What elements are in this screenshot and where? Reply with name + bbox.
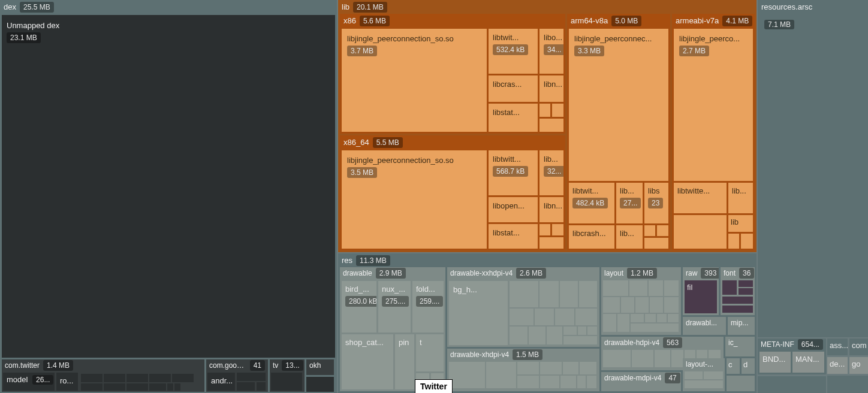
node-metainf[interactable]: META-INF654... BND... MAN...: [758, 338, 826, 374]
label-x86-libo: libo...: [544, 33, 559, 42]
node-com-twitter[interactable]: com.twitter 1.4 MB model 26... ro...: [2, 359, 204, 392]
label-x86-libn: libn...: [544, 80, 562, 89]
node-lib[interactable]: lib 20.1 MB x86 5.6 MB libjingle_peercon…: [338, 0, 757, 252]
node-shop[interactable]: shop_cat...: [342, 334, 393, 389]
label-x8664-lib: lib...: [544, 155, 559, 164]
node-arm64-lib1[interactable]: lib... 27...: [616, 183, 643, 223]
node-com[interactable]: com: [849, 338, 868, 355]
node-x86-jingle[interactable]: libjingle_peerconnection_so.so 3.7 MB: [342, 29, 487, 132]
dex-bottom-row: com.twitter 1.4 MB model 26... ro...: [2, 359, 335, 392]
node-x86-stat[interactable]: libstat...: [489, 104, 538, 132]
node-tv[interactable]: tv 13...: [270, 359, 305, 392]
label-fold: fold...: [416, 285, 440, 294]
node-arm64-crash[interactable]: libcrash...: [569, 225, 614, 249]
node-ic[interactable]: ic_: [725, 337, 755, 356]
header-arm64: arm64-v8a 5.0 MB: [567, 14, 670, 28]
node-x8664-jingle[interactable]: libjingle_peerconnection_so.so 3.5 MB: [342, 150, 487, 249]
node-c[interactable]: c: [727, 358, 740, 374]
size-armeabi: 4.1 MB: [722, 16, 752, 26]
metainf-spacer: [758, 376, 826, 393]
res-tiny-bot: [727, 376, 755, 391]
label-arm64-jingle: libjingle_peerconnec...: [574, 34, 663, 43]
tooltip-text: Twitter: [420, 382, 447, 391]
node-go[interactable]: go: [849, 357, 868, 374]
node-drawable[interactable]: drawable 2.9 MB bird_... 280.0 kB nux_..…: [340, 267, 445, 391]
node-x86-libn[interactable]: libn...: [540, 75, 563, 102]
node-x86-twit[interactable]: libtwit... 532.4 kB: [489, 29, 538, 74]
twitter-tiny: [80, 373, 203, 391]
armeabi-tiny1: [728, 234, 739, 249]
label-drawable: drawable: [343, 269, 372, 277]
size-raw: 393: [701, 268, 719, 279]
x86-tiny1: [540, 104, 550, 117]
node-font[interactable]: font36: [721, 267, 755, 315]
node-okh[interactable]: okh: [306, 359, 334, 375]
google-tiny1: [237, 373, 266, 381]
node-x86-libo[interactable]: libo... 34...: [540, 29, 563, 74]
node-raw[interactable]: raw393 fil: [683, 267, 719, 315]
node-fil[interactable]: fil: [685, 280, 717, 313]
node-com-google[interactable]: com.google 41 andr...: [206, 359, 268, 392]
label-pin: pin: [399, 338, 409, 347]
size-drawable: 2.9 MB: [376, 268, 406, 279]
node-drawabl[interactable]: drawabl...: [683, 317, 726, 335]
label-font: font: [724, 269, 736, 277]
node-de[interactable]: de...: [827, 357, 848, 374]
node-armeabi-lib[interactable]: lib: [728, 215, 753, 232]
label-bg-h: bg_h...: [453, 285, 477, 294]
label-arm64-crash: libcrash...: [572, 229, 606, 238]
node-mip[interactable]: mip...: [728, 317, 755, 335]
node-resources-arsc[interactable]: resources.arsc 7.1 MB: [758, 0, 868, 337]
size-layout: 1.2 MB: [627, 268, 657, 279]
label-com-google: com.google: [209, 361, 246, 370]
header-armeabi: armeabi-v7a 4.1 MB: [672, 14, 755, 28]
node-bird[interactable]: bird_... 280.0 kB: [342, 281, 376, 332]
node-dex[interactable]: dex 25.5 MB Unmapped dex 23.1 MB com.twi…: [0, 0, 337, 393]
node-man[interactable]: MAN...: [792, 352, 824, 373]
node-arm64-libs[interactable]: libs 23: [644, 183, 668, 223]
node-andr[interactable]: andr...: [207, 373, 235, 391]
node-ro[interactable]: ro...: [56, 373, 78, 391]
node-armeabi-lib1[interactable]: lib...: [728, 183, 753, 213]
node-x8664-twit[interactable]: libtwitt... 568.7 kB: [489, 150, 538, 195]
node-pin[interactable]: pin: [395, 334, 414, 389]
node-t[interactable]: t: [416, 334, 444, 371]
node-xhdpi[interactable]: drawable-xhdpi-v4 1.5 MB: [447, 349, 599, 391]
header-dex: dex 25.5 MB: [0, 0, 337, 14]
label-armeabi: armeabi-v7a: [676, 16, 719, 25]
node-fold[interactable]: fold... 259....: [412, 281, 444, 332]
size-x8664-jingle: 3.5 MB: [347, 167, 377, 178]
node-unmapped-dex[interactable]: Unmapped dex 23.1 MB: [2, 15, 335, 358]
node-layoutx[interactable]: layout-...: [683, 358, 725, 391]
node-xxhdpi[interactable]: drawable-xxhdpi-v4 2.6 MB bg_h...: [447, 267, 599, 347]
node-ass[interactable]: ass...: [827, 338, 848, 355]
node-nux[interactable]: nux_... 275....: [378, 281, 411, 332]
node-model[interactable]: model 26...: [3, 373, 55, 391]
node-x8664[interactable]: x86_64 5.5 MB libjingle_peerconnection_s…: [340, 135, 565, 250]
node-mdpi[interactable]: drawable-mdpi-v447: [601, 372, 681, 391]
size-x8664-twit: 568.7 kB: [493, 166, 528, 177]
node-x8664-lib[interactable]: lib... 32...: [540, 150, 563, 195]
node-x86[interactable]: x86 5.6 MB libjingle_peerconnection_so.s…: [340, 14, 565, 134]
node-x8664-stat[interactable]: libstat...: [489, 224, 538, 249]
node-armeabi-twitte[interactable]: libtwitte...: [674, 183, 727, 213]
node-x86-cras[interactable]: libcras...: [489, 75, 538, 102]
node-d[interactable]: d: [742, 358, 755, 374]
node-armeabi[interactable]: armeabi-v7a 4.1 MB libjingle_peerco... 2…: [672, 14, 755, 250]
node-layout[interactable]: layout 1.2 MB: [601, 267, 681, 335]
label-d: d: [743, 360, 748, 369]
node-arm64[interactable]: arm64-v8a 5.0 MB libjingle_peerconnec...…: [567, 14, 670, 250]
node-arm64-lib2[interactable]: lib...: [616, 225, 643, 249]
node-x8664-open[interactable]: libopen...: [489, 197, 538, 222]
node-res[interactable]: res 11.3 MB drawable 2.9 MB bird_... 280…: [338, 253, 757, 393]
okh-fill: [306, 377, 334, 392]
node-arm64-jingle[interactable]: libjingle_peerconnec... 3.3 MB: [569, 29, 668, 181]
layoutx-tiny: [685, 371, 723, 389]
node-arm64-twit[interactable]: libtwit... 482.4 kB: [569, 183, 614, 223]
node-bg-h[interactable]: bg_h...: [449, 281, 508, 345]
node-bnd[interactable]: BND...: [760, 352, 791, 373]
node-armeabi-jingle[interactable]: libjingle_peerco... 2.7 MB: [674, 29, 753, 181]
label-x8664-libn: libn...: [544, 201, 562, 210]
node-x8664-libn[interactable]: libn...: [540, 197, 563, 222]
font-t3: [739, 288, 753, 295]
